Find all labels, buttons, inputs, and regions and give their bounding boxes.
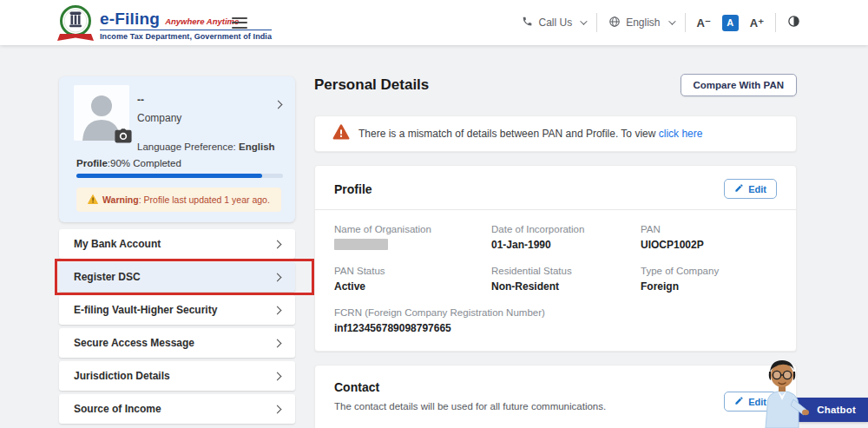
brand-tagline: Anywhere Anytime (165, 16, 239, 26)
contrast-toggle-icon[interactable] (787, 15, 800, 31)
sidebar-menu: My Bank Account Register DSC E-filing Va… (59, 229, 295, 424)
warning-text: Warning: Profile last updated 1 year ago… (102, 194, 270, 205)
chevron-down-icon (580, 17, 587, 24)
contact-description: The contact details will be used for all… (334, 401, 777, 412)
divider (685, 13, 686, 32)
profile-name: -- (137, 94, 144, 106)
language-preference: Language Preference: English (137, 142, 275, 152)
india-emblem-icon (57, 3, 94, 47)
field-residential-status: Residential Status Non-Resident (491, 266, 641, 293)
chevron-right-icon (273, 273, 282, 281)
main-content: Personal Details Compare With PAN There … (314, 76, 797, 94)
font-decrease-button[interactable]: A⁻ (697, 16, 711, 30)
redacted-value (334, 239, 388, 250)
user-profile-card[interactable]: -- Company Language Preference: English … (59, 76, 295, 222)
contact-section: Contact The contact details will be used… (314, 365, 797, 428)
click-here-link[interactable]: click here (659, 128, 703, 140)
sidebar-item-source-of-income[interactable]: Source of Income (59, 394, 295, 424)
profile-progress-bar (76, 174, 283, 178)
hamburger-menu-icon[interactable] (232, 17, 247, 29)
call-us-dropdown[interactable]: Call Us (522, 16, 585, 30)
brand-name: e-Filing (100, 10, 160, 29)
divider (596, 13, 597, 32)
font-default-button[interactable]: A (722, 15, 739, 31)
chatbot-assistant-icon[interactable] (755, 358, 809, 428)
profile-entity-type: Company (137, 112, 181, 124)
profile-section-title: Profile (334, 182, 372, 196)
profile-fields-grid: Name of Organisation Date of Incorporati… (334, 224, 777, 334)
sidebar-item-jurisdiction-details[interactable]: Jurisdiction Details (59, 361, 295, 391)
field-type-of-company: Type of Company Foreign (641, 266, 777, 293)
divider (775, 13, 776, 32)
chevron-right-icon (273, 306, 282, 314)
alert-triangle-icon (332, 124, 350, 143)
chevron-right-icon[interactable] (275, 95, 281, 111)
phone-icon (522, 16, 533, 30)
profile-sidebar: -- Company Language Preference: English … (59, 76, 295, 427)
profile-warning-banner: Warning: Profile last updated 1 year ago… (76, 188, 281, 212)
field-pan: PAN UIOCP1002P (641, 224, 777, 251)
mismatch-message: There is a mismatch of details between P… (358, 128, 702, 140)
profile-completion-text: Profile:90% Completed (76, 158, 181, 168)
header-controls: Call Us English A⁻ A A⁺ (522, 0, 800, 45)
field-date-of-incorporation: Date of Incorporation 01-Jan-1990 (491, 224, 641, 251)
department-name: Income Tax Department, Government of Ind… (100, 32, 272, 41)
chevron-down-icon (668, 17, 675, 24)
warning-triangle-icon (88, 192, 98, 207)
sidebar-item-register-dsc[interactable]: Register DSC (59, 262, 295, 292)
language-label: English (626, 16, 660, 29)
sidebar-item-secure-access-message[interactable]: Secure Access Message (59, 328, 295, 358)
field-pan-status: PAN Status Active (334, 266, 491, 293)
sidebar-item-my-bank-account[interactable]: My Bank Account (59, 229, 295, 259)
profile-edit-button[interactable]: Edit (724, 179, 777, 199)
chevron-right-icon (273, 405, 282, 413)
chevron-right-icon (273, 372, 282, 380)
chevron-right-icon (273, 240, 282, 248)
pencil-icon (734, 396, 744, 407)
efiling-portal-page: e-Filing Anywhere Anytime Income Tax Dep… (0, 0, 868, 428)
font-increase-button[interactable]: A⁺ (750, 16, 764, 30)
chevron-right-icon (273, 339, 282, 347)
field-name-of-organisation: Name of Organisation (334, 224, 491, 251)
pan-mismatch-banner: There is a mismatch of details between P… (314, 115, 797, 152)
pencil-icon (734, 183, 744, 194)
camera-icon[interactable] (115, 128, 132, 143)
top-header-bar: e-Filing Anywhere Anytime Income Tax Dep… (0, 0, 868, 45)
profile-section: Profile Edit Name of Organisation (314, 165, 797, 352)
contact-section-title: Contact (334, 380, 777, 394)
field-fcrn: FCRN (Foreign Company Registration Numbe… (334, 307, 777, 334)
compare-with-pan-button[interactable]: Compare With PAN (681, 74, 797, 96)
call-us-label: Call Us (538, 16, 572, 29)
language-dropdown[interactable]: English (608, 16, 673, 30)
globe-icon (608, 16, 621, 30)
sidebar-item-efiling-vault[interactable]: E-filing Vault-Higher Security (59, 295, 295, 325)
chatbot-label: Chatbot (817, 405, 856, 415)
divider (315, 209, 796, 210)
profile-progress-fill (76, 174, 262, 178)
